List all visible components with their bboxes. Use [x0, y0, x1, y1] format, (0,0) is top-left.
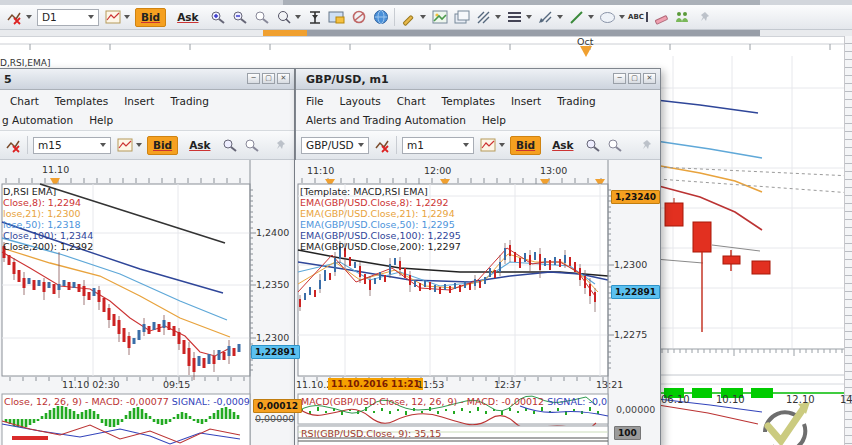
m1-pin-icon[interactable]: [638, 137, 655, 154]
background-legend-fragment: D,RSI,EMA]: [0, 58, 50, 68]
community-icon[interactable]: [674, 9, 691, 26]
zoom-out-icon[interactable]: [231, 9, 248, 26]
menu-trading[interactable]: Trading: [170, 95, 209, 107]
m15-maximize-button[interactable]: ▢: [262, 73, 275, 84]
fibonacci-caret[interactable]: [526, 15, 532, 19]
image-icon[interactable]: [431, 9, 448, 26]
text-tool-icon[interactable]: ABC: [630, 9, 647, 26]
pencil-icon[interactable]: [400, 9, 417, 26]
trend-arrows-caret[interactable]: [557, 15, 563, 19]
m15-time-label-1: 11.10 02:30: [62, 379, 120, 390]
m15-zoom-out-icon[interactable]: [243, 137, 260, 154]
m15-minimize-button[interactable]: ─: [247, 73, 260, 84]
chart-type-icon[interactable]: [104, 9, 121, 26]
screenshot-icon[interactable]: [328, 9, 345, 26]
ask-button[interactable]: Ask: [171, 8, 204, 27]
m1-indicators-icon[interactable]: [374, 137, 391, 154]
m1-bid-button[interactable]: Bid: [510, 136, 541, 155]
trading-platform: Oct D,RSI,EMA] 06.10 10.10 12.10 14.1 D1…: [0, 0, 852, 445]
zoom-in-icon[interactable]: [209, 9, 226, 26]
pitchfork-caret[interactable]: [495, 15, 501, 19]
m1-zoom-in-icon[interactable]: [584, 137, 601, 154]
m1-chart-type-caret[interactable]: [499, 143, 505, 147]
trend-arrows-icon[interactable]: [537, 9, 554, 26]
m1-rsi-scale-top: 100: [614, 426, 641, 440]
menu-trading[interactable]: Trading: [557, 95, 596, 107]
indicators-caret[interactable]: [26, 15, 32, 19]
m15-macd-zero-label: 0,00000: [255, 413, 294, 424]
m15-zoom-in-icon[interactable]: [221, 137, 238, 154]
trendline-icon[interactable]: [568, 9, 585, 26]
m1-time-1153: 11:53: [417, 379, 444, 390]
m15-price-12300: 1,2300: [256, 332, 289, 343]
m15-chart-type-icon[interactable]: [116, 137, 133, 154]
m1-minimize-button[interactable]: ─: [613, 73, 626, 84]
m1-rsi-label: RSI(GBP/USD.Close, 9): 35,15: [301, 428, 441, 439]
m15-top-time-label: 11.10: [42, 164, 69, 175]
chart-type-caret[interactable]: [124, 15, 130, 19]
magnifier-caret[interactable]: [295, 15, 301, 19]
menu-layouts[interactable]: Layouts: [340, 95, 381, 107]
m1-highlighted-date: 11.10.2016 11:21: [328, 378, 423, 390]
pitchfork-icon[interactable]: [475, 9, 492, 26]
ellipse-shape-icon[interactable]: [599, 9, 616, 26]
eraser-icon[interactable]: [652, 9, 669, 26]
m1-legend-ema8: EMA(GBP/USD.Close,8): 1,2292: [300, 197, 449, 208]
menu-chart[interactable]: Chart: [397, 95, 426, 107]
detach-icon[interactable]: [350, 9, 367, 26]
m1-instrument-select[interactable]: GBP/USD: [301, 137, 369, 154]
indicators-icon[interactable]: [6, 9, 23, 26]
m1-zoom-out-icon[interactable]: [606, 137, 623, 154]
background-time-1010: 10.10: [716, 394, 745, 405]
magnifier-icon[interactable]: [275, 9, 292, 26]
trendline-caret[interactable]: [588, 15, 594, 19]
background-time-1410: 14.1: [840, 394, 852, 405]
m15-chart-type-caret[interactable]: [136, 143, 142, 147]
m1-timeframe-select[interactable]: m1: [402, 137, 474, 154]
timeframe-select[interactable]: D1: [37, 9, 99, 26]
pencil-caret[interactable]: [420, 15, 426, 19]
menu-templates[interactable]: Templates: [55, 95, 108, 107]
menu-help[interactable]: Help: [482, 114, 506, 126]
menu-automation-fragment[interactable]: g Automation: [2, 114, 73, 126]
m1-menubar-row2: Alerts and Trading Automation Help: [296, 110, 660, 129]
m15-pin-icon[interactable]: [272, 137, 289, 154]
chart-hscrollbar-marker[interactable]: [263, 30, 307, 36]
menu-templates[interactable]: Templates: [442, 95, 495, 107]
menu-insert[interactable]: Insert: [511, 95, 541, 107]
ellipse-shape-caret[interactable]: [619, 15, 625, 19]
m1-toolbar: GBP/USD m1 Bid Ask: [296, 130, 660, 160]
auto-shift-icon[interactable]: [306, 9, 323, 26]
m15-close-button[interactable]: ✕: [277, 73, 290, 84]
m1-time-1321: 13:21: [596, 379, 623, 390]
m15-timeframe-select[interactable]: m15: [33, 137, 111, 154]
globe-icon[interactable]: [372, 9, 389, 26]
main-toolbar: D1 Bid Ask: [0, 5, 852, 30]
annotation-red-line: [12, 436, 48, 440]
timeframe-caret[interactable]: [88, 15, 94, 19]
m1-titlebar[interactable]: GBP/USD, m1: [296, 69, 660, 90]
m1-legend-ema21: EMA(GBP/USD.Close,21): 1,2294: [300, 208, 455, 219]
menu-help[interactable]: Help: [89, 114, 113, 126]
layers-icon[interactable]: [453, 9, 470, 26]
m1-legend-ema50: EMA(GBP/USD.Close,50): 1,2295: [300, 219, 455, 230]
bid-button[interactable]: Bid: [135, 8, 166, 27]
m15-title-fragment: 5: [4, 73, 12, 86]
menu-chart[interactable]: Chart: [10, 95, 39, 107]
m1-ask-button[interactable]: Ask: [546, 136, 579, 155]
menu-alerts-automation[interactable]: Alerts and Trading Automation: [306, 114, 466, 126]
menu-file[interactable]: File: [306, 95, 324, 107]
menu-insert[interactable]: Insert: [124, 95, 154, 107]
m15-indicators-icon[interactable]: [5, 137, 22, 154]
zoom-area-icon[interactable]: [253, 9, 270, 26]
m1-chart-type-icon[interactable]: [479, 137, 496, 154]
m1-top-time-1: 11:10: [307, 165, 334, 176]
chart-hscrollbar-thumb[interactable]: [307, 30, 760, 36]
fibonacci-icon[interactable]: [506, 9, 523, 26]
m15-bid-button[interactable]: Bid: [147, 136, 178, 155]
m15-ask-button[interactable]: Ask: [183, 136, 216, 155]
m1-close-button[interactable]: ✕: [643, 73, 656, 84]
m1-price-12300: 1,2300: [614, 259, 647, 270]
pin-icon[interactable]: [696, 9, 713, 26]
m1-maximize-button[interactable]: ▢: [628, 73, 641, 84]
